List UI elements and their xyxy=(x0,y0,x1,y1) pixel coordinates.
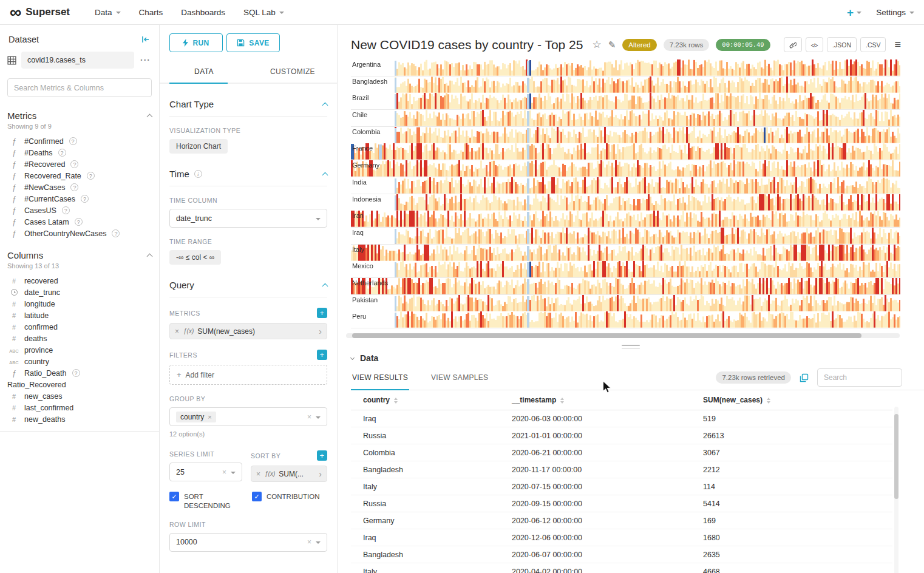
sort-icon[interactable] xyxy=(394,398,398,404)
horizontal-scrollbar[interactable] xyxy=(346,333,900,338)
save-button[interactable]: SAVE xyxy=(226,33,280,52)
column-item[interactable]: new_cases xyxy=(7,390,152,402)
add-filter-plus-button[interactable] xyxy=(317,350,327,360)
metric-item[interactable]: Cases Latam xyxy=(7,216,152,228)
new-item-button[interactable]: + xyxy=(847,7,861,18)
copy-icon[interactable] xyxy=(800,373,809,382)
data-section-toggle[interactable]: Data xyxy=(351,353,924,363)
column-item[interactable]: latitude xyxy=(7,310,152,321)
group-by-tag[interactable]: country xyxy=(176,412,216,422)
column-item[interactable]: confirmed xyxy=(7,321,152,333)
superset-brand[interactable]: Superset xyxy=(10,4,70,21)
metric-item[interactable]: #Recovered xyxy=(7,158,152,170)
dataset-grid-icon[interactable] xyxy=(7,56,16,65)
collapse-panel-icon[interactable] xyxy=(141,35,151,44)
remove-icon[interactable] xyxy=(256,470,260,478)
chart-type-section-header[interactable]: Chart Type xyxy=(169,92,327,117)
column-item[interactable]: deaths xyxy=(7,333,152,344)
rows-retrieved-badge: 7.23k rows retrieved xyxy=(716,371,791,384)
query-section-header[interactable]: Query xyxy=(169,273,327,297)
time-column-select[interactable]: date_trunc xyxy=(169,209,327,228)
column-item[interactable]: longitude xyxy=(7,298,152,310)
clear-icon[interactable] xyxy=(222,468,226,476)
metric-item[interactable]: #CurrentCases xyxy=(7,193,152,205)
export-csv-button[interactable]: .CSV xyxy=(860,37,886,52)
row-count-badge: 7.23k rows xyxy=(664,39,710,51)
sort-by-chip[interactable]: SUM(... xyxy=(251,466,327,482)
column-item[interactable]: country xyxy=(7,356,152,367)
metric-item[interactable]: OtherCountryNewCases xyxy=(7,228,152,239)
column-item[interactable]: Ratio_Death xyxy=(7,367,152,379)
remove-icon[interactable] xyxy=(175,327,179,336)
columns-section-header[interactable]: Columns xyxy=(7,250,152,260)
tab-view-results[interactable]: VIEW RESULTS xyxy=(351,365,409,390)
viz-type-value[interactable]: Horizon Chart xyxy=(169,139,228,154)
superset-logo-icon xyxy=(10,4,21,21)
function-icon xyxy=(265,470,275,477)
column-header[interactable]: __timestamp xyxy=(500,390,691,410)
sort-descending-checkbox[interactable]: SORT DESCENDING xyxy=(169,492,245,510)
metric-item[interactable]: #NewCases xyxy=(7,181,152,193)
results-search-input[interactable] xyxy=(824,373,895,382)
column-item[interactable]: new_deaths xyxy=(7,413,152,425)
nav-item-sql-lab[interactable]: SQL Lab xyxy=(234,0,293,25)
nav-item-data[interactable]: Data xyxy=(86,0,130,25)
time-range-value[interactable]: -∞ ≤ col < ∞ xyxy=(169,250,221,265)
edit-title-icon[interactable] xyxy=(608,40,616,49)
dataset-more-icon[interactable] xyxy=(139,55,152,65)
add-filter-button[interactable]: Add filter xyxy=(169,365,327,385)
vertical-scrollbar[interactable] xyxy=(894,407,899,573)
clear-icon[interactable] xyxy=(307,538,311,546)
tab-customize[interactable]: CUSTOMIZE xyxy=(248,61,337,83)
nav-item-dashboards[interactable]: Dashboards xyxy=(172,0,234,25)
copy-link-button[interactable] xyxy=(784,37,802,52)
metric-item[interactable]: #Deaths xyxy=(7,147,152,158)
column-item[interactable]: date_trunc xyxy=(7,286,152,298)
tab-view-samples[interactable]: VIEW SAMPLES xyxy=(430,365,489,390)
columns-title: Columns xyxy=(7,250,43,260)
column-item[interactable]: province xyxy=(7,344,152,356)
add-sort-button[interactable] xyxy=(317,450,327,461)
column-header[interactable]: SUM(new_cases) xyxy=(691,390,892,410)
time-section-header[interactable]: Time xyxy=(169,162,327,186)
metric-item[interactable]: CasesUS xyxy=(7,205,152,216)
results-search[interactable] xyxy=(817,368,902,387)
metric-item[interactable]: Recovered_Rate xyxy=(7,170,152,181)
sort-icon[interactable] xyxy=(767,398,770,404)
nav-item-charts[interactable]: Charts xyxy=(130,0,172,25)
run-button[interactable]: RUN xyxy=(169,33,223,52)
tab-data[interactable]: DATA xyxy=(160,61,248,83)
altered-badge[interactable]: Altered xyxy=(622,39,656,51)
settings-menu[interactable]: Settings xyxy=(876,8,914,17)
caret-down-icon xyxy=(279,12,284,14)
help-icon xyxy=(70,183,78,191)
dataset-name[interactable]: covid19.cases_ts xyxy=(21,52,134,69)
export-json-button[interactable]: .JSON xyxy=(827,37,857,52)
metrics-section-header[interactable]: Metrics xyxy=(7,110,152,121)
clear-icon[interactable] xyxy=(307,413,311,421)
chart-row-label: India xyxy=(352,178,367,186)
column-item[interactable]: recovered xyxy=(7,275,152,286)
group-by-select[interactable]: country xyxy=(169,407,327,426)
remove-icon[interactable] xyxy=(208,413,211,421)
help-icon xyxy=(70,160,78,168)
sort-icon[interactable] xyxy=(560,398,564,404)
series-limit-select[interactable]: 25 xyxy=(169,463,242,481)
scrollbar-thumb[interactable] xyxy=(894,414,899,499)
metrics-columns-search[interactable] xyxy=(7,78,152,97)
column-item[interactable]: last_confirmed xyxy=(7,402,152,413)
help-icon xyxy=(75,218,83,226)
metric-chip[interactable]: SUM(new_cases) xyxy=(169,323,327,339)
favorite-star-icon[interactable] xyxy=(592,39,601,50)
metric-item[interactable]: #Confirmed xyxy=(7,135,152,147)
column-item[interactable]: Ratio_Recovered xyxy=(7,379,152,390)
menu-icon[interactable] xyxy=(894,38,901,51)
function-icon xyxy=(7,183,21,192)
row-limit-select[interactable]: 10000 xyxy=(169,533,327,552)
search-input[interactable] xyxy=(14,84,145,92)
add-metric-button[interactable] xyxy=(317,308,327,318)
embed-code-button[interactable] xyxy=(806,37,824,52)
column-header[interactable]: country xyxy=(351,390,500,410)
scrollbar-thumb[interactable] xyxy=(352,333,861,338)
contribution-checkbox[interactable]: CONTRIBUTION xyxy=(252,492,327,510)
